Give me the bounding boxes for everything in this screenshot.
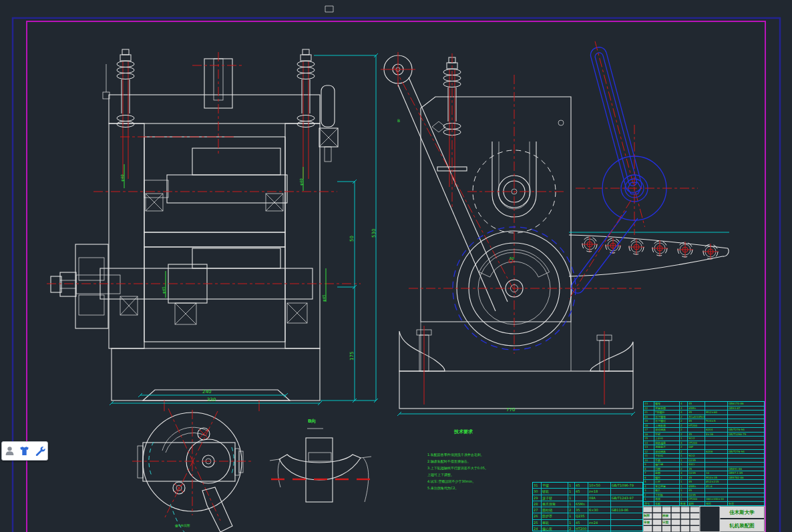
bom-cell: 2: [680, 428, 688, 432]
bom-cell: 平键: [654, 433, 680, 437]
bom-cell: 45: [688, 402, 705, 406]
bom-cell: HT200: [688, 441, 705, 445]
bom-cell: 底座: [654, 497, 680, 501]
bom-row: 30链轮145z=18: [533, 489, 642, 495]
bom-cell: 29: [533, 495, 542, 501]
bom-cell: [728, 454, 764, 458]
bom-cell: 22: [644, 407, 654, 411]
bom-cell: 8: [644, 467, 654, 471]
bom-cell: 15: [644, 437, 654, 441]
bom-cell: 25: [533, 520, 542, 525]
bom-cell: T形螺栓: [654, 411, 680, 415]
roller-arm: [569, 232, 729, 276]
wrench-icon[interactable]: [34, 445, 45, 457]
bom-cell: Q235: [688, 459, 705, 463]
bom-table-left: 31平键14510×50GB/T1096-7930链轮145z=1829滚子链1…: [532, 482, 643, 531]
bom-cell: 9: [644, 463, 654, 467]
bom-cell: 1: [680, 489, 688, 493]
bom-cell: 35: [688, 467, 705, 471]
bom-cell: Q235: [688, 493, 705, 497]
bom-cell: 1: [568, 483, 575, 488]
bom-cell: [705, 424, 728, 428]
bom-cell: 7: [644, 471, 654, 475]
bom-cell: 压下螺钉: [654, 419, 680, 423]
bom-cell: 45: [688, 476, 705, 480]
bom-cell: 3: [644, 489, 654, 493]
user-icon[interactable]: [4, 445, 15, 457]
bom-cell: 19: [644, 419, 654, 423]
title-block-title: 轧机装配图: [720, 523, 764, 529]
bom-cell: 6206: [705, 450, 728, 454]
bom-cell: 45: [688, 419, 705, 423]
dim-770: 770: [506, 408, 515, 413]
bom-cell: [728, 463, 764, 467]
bom-cell: 20: [644, 415, 654, 419]
front-section-view: [47, 49, 378, 411]
bom-cell: 1: [680, 454, 688, 458]
bom-cell: [705, 454, 728, 458]
bom-cell: 45: [575, 483, 588, 488]
sig-label: 校核: [662, 514, 671, 517]
bom-cell: 13: [644, 445, 654, 449]
bom-cell: [728, 411, 764, 415]
bom-cell: 上轧辊: [654, 437, 680, 441]
bom-cell: 材料: [688, 502, 705, 507]
bom-cell: 规格: [705, 502, 728, 507]
bom-cell: HT200: [575, 526, 588, 532]
bom-cell: [728, 424, 764, 428]
bom-cell: GB891-86: [728, 467, 764, 471]
dim-530: 530: [372, 229, 377, 238]
bom-cell: GB/T1096-79: [728, 433, 764, 437]
bom-cell: 45: [688, 411, 705, 415]
bom-cell: z=18: [588, 489, 611, 494]
bom-cell: [588, 501, 611, 507]
bom-cell: 4: [680, 407, 688, 411]
bom-row: 31平键14510×50GB/T1096-79: [533, 483, 642, 489]
bom-cell: [728, 419, 764, 423]
bom-cell: 16: [644, 433, 654, 437]
bom-cell: 滚动轴承: [654, 428, 680, 432]
bom-cell: 45: [575, 520, 588, 525]
notes-title: 技术要求: [454, 430, 473, 435]
bom-cell: Ø1.6: [705, 485, 728, 489]
bom-cell: [728, 459, 764, 463]
bom-cell: 拉杆: [654, 480, 680, 484]
bom-cell: 9Cr2: [688, 437, 705, 441]
bom-cell: 链轮: [542, 489, 568, 494]
bom-cell: 65Mn: [575, 501, 588, 507]
bom-cell: 17: [644, 428, 654, 432]
bom-cell: [728, 415, 764, 419]
bom-cell: 26: [533, 513, 542, 519]
bom-cell: [705, 463, 728, 467]
bom-cell: 棘爪: [654, 489, 680, 493]
bom-cell: 9Cr2: [688, 454, 705, 458]
tshirt-icon[interactable]: [19, 445, 30, 457]
bom-cell: 27: [533, 507, 542, 513]
bom-cell: [705, 407, 728, 411]
bom-cell: [611, 501, 642, 507]
wedge-dim-label: 60: [510, 257, 514, 261]
bom-cell: GB/T276-94: [728, 428, 764, 432]
bom-cell: 备注: [728, 502, 764, 507]
bom-cell: [705, 402, 728, 406]
bom-cell: 1: [568, 520, 575, 525]
bom-cell: 挡圈: [654, 467, 680, 471]
bom-row: 28棘爪弹簧165Mn: [533, 501, 642, 507]
bom-cell: 螺母: [654, 402, 680, 406]
view-b-label: B向: [308, 419, 316, 424]
dim-phi-upper-right: φ40: [300, 178, 304, 186]
bom-cell: 31: [533, 483, 542, 488]
bom-cell: 45: [688, 480, 705, 484]
bom-cell: 2: [680, 424, 688, 428]
bom-cell: 4: [680, 476, 688, 480]
bom-cell: 1: [680, 493, 688, 497]
bom-cell: 1: [568, 513, 575, 519]
bom-cell: 1: [680, 497, 688, 501]
bom-cell: GB/T1096-79: [611, 483, 642, 488]
note-line: 3.上下轧辊轴线平行度误差不大于0.05。: [427, 467, 488, 470]
bom-cell: 偏心轴: [654, 463, 680, 467]
bom-cell: [728, 441, 764, 445]
bom-cell: [688, 428, 705, 432]
bom-cell: 轴承端盖: [654, 441, 680, 445]
sig-label: 审核: [644, 521, 652, 524]
